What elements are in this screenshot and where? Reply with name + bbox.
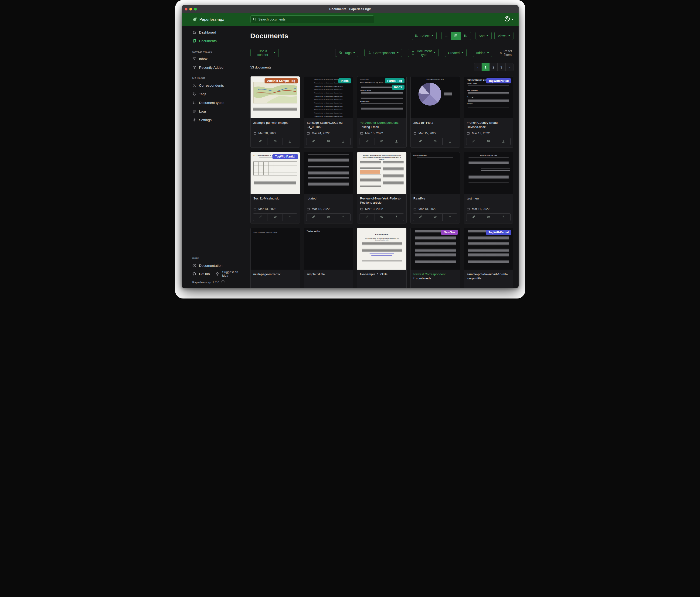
document-title[interactable]: Newest Correspondent: f_combineds — [413, 272, 457, 282]
document-title[interactable]: Sec 11-Missing sig — [253, 196, 297, 206]
filter-query-input[interactable] — [279, 49, 335, 57]
view-document-button[interactable] — [481, 138, 496, 145]
document-title[interactable]: file-sample_150kBs — [360, 272, 404, 282]
document-title[interactable]: 2sample-pdf-with-images — [253, 121, 297, 130]
user-menu[interactable] — [504, 16, 519, 23]
edit-document-button[interactable] — [253, 138, 268, 145]
download-document-button[interactable] — [282, 214, 297, 221]
sidebar-item-documentation[interactable]: Documentation — [192, 261, 242, 270]
sidebar-item-logs[interactable]: Logs — [192, 107, 242, 116]
document-title[interactable]: ReadMe — [413, 196, 457, 206]
tag-badge[interactable]: Another Sample Tag — [265, 78, 298, 83]
sidebar-item-dashboard[interactable]: Dashboard — [192, 28, 242, 37]
document-thumbnail[interactable]: Another Sample Tag — [251, 76, 300, 118]
view-document-button[interactable] — [321, 214, 335, 221]
document-thumbnail[interactable]: TagWithPartial French Country BreadFor t… — [464, 76, 513, 118]
tags-filter-button[interactable]: Tags — [336, 49, 359, 57]
edit-document-button[interactable] — [306, 214, 321, 221]
select-button[interactable]: Select — [412, 32, 436, 40]
edit-document-button[interactable] — [467, 214, 481, 221]
document-thumbnail[interactable]: Partial TagInbox Release NotesSimba ODBC… — [357, 76, 406, 118]
document-title[interactable]: Yet Another Correspondent: Testing Email — [360, 121, 404, 130]
sidebar-item-recently-added[interactable]: Recently Added — [192, 63, 242, 72]
download-document-button[interactable] — [496, 138, 510, 145]
document-thumbnail[interactable]: Inbox This is a test for the double spac… — [304, 76, 353, 118]
edit-document-button[interactable] — [306, 138, 321, 145]
download-document-button[interactable] — [336, 138, 350, 145]
download-document-button[interactable] — [443, 138, 457, 145]
edit-document-button[interactable] — [253, 214, 268, 221]
tag-badge[interactable]: Inbox — [339, 78, 351, 83]
created-filter-button[interactable]: Created — [445, 49, 467, 57]
document-thumbnail[interactable]: Patient BP Distribution 2011 — [410, 76, 460, 118]
edit-document-button[interactable] — [413, 214, 428, 221]
pagination-page-1[interactable]: 1 — [481, 63, 490, 71]
document-thumbnail[interactable]: TagWithPartial — [464, 228, 513, 270]
document-correspondent[interactable]: Yet Another Correspondent: — [360, 121, 399, 124]
tag-badge[interactable]: Partial Tag — [385, 78, 404, 83]
view-document-button[interactable] — [481, 214, 496, 221]
document-thumbnail[interactable]: Review of New York Federal Petitions for… — [357, 152, 406, 194]
document-title[interactable]: Review-of-New-York-Federal-Petitions-art… — [360, 196, 404, 206]
document-thumbnail[interactable]: Adobe Acrobat PDF Files — [464, 152, 513, 194]
tag-badge[interactable]: TagWithPartial — [486, 230, 511, 235]
brand[interactable]: Paperless-ngx — [182, 17, 245, 22]
edit-document-button[interactable] — [413, 138, 428, 145]
reset-filters-button[interactable]: × Reset filters — [498, 49, 513, 57]
edit-document-button[interactable] — [467, 138, 481, 145]
edit-document-button[interactable] — [360, 214, 374, 221]
view-document-button[interactable] — [268, 214, 282, 221]
sort-button[interactable]: Sort — [476, 32, 492, 40]
sidebar-item-suggest-idea[interactable]: Suggest an idea — [216, 270, 241, 278]
view-document-button[interactable] — [428, 138, 443, 145]
document-title[interactable]: rotated — [307, 196, 350, 206]
document-thumbnail[interactable]: NewOne — [410, 228, 460, 270]
detail-view-button[interactable] — [461, 32, 471, 40]
info-icon[interactable] — [221, 280, 225, 284]
title-content-dropdown[interactable]: Title & content — [250, 49, 279, 57]
download-document-button[interactable] — [443, 214, 457, 221]
document-thumbnail[interactable]: Lorem ipsumLorem ipsum dolor sit amet, c… — [357, 228, 406, 270]
document-thumbnail[interactable]: This is a test file. — [304, 228, 353, 270]
document-type-filter-button[interactable]: Document type — [408, 49, 439, 57]
document-title[interactable]: test_new — [467, 196, 510, 206]
sidebar-item-inbox[interactable]: Inbox — [192, 54, 242, 63]
views-button[interactable]: Views — [494, 32, 513, 40]
tag-badge[interactable]: TagWithPartial — [272, 154, 298, 159]
search-input[interactable] — [250, 15, 374, 23]
tag-badge[interactable]: Inbox — [392, 85, 404, 90]
document-correspondent[interactable]: Newest Correspondent: — [413, 272, 446, 276]
document-thumbnail[interactable] — [304, 152, 353, 194]
grid-view-button[interactable] — [451, 32, 461, 40]
pagination-page-2[interactable]: 2 — [490, 63, 498, 71]
document-title[interactable]: Sonstige ScanPC2022 03-24_081058 — [307, 121, 350, 130]
download-document-button[interactable] — [496, 214, 510, 221]
document-title[interactable]: French Country Bread Revised.docx — [467, 121, 510, 130]
pagination-page-3[interactable]: 3 — [497, 63, 505, 71]
sidebar-item-document-types[interactable]: Document types — [192, 98, 242, 107]
sidebar-item-settings[interactable]: Settings — [192, 116, 242, 124]
download-document-button[interactable] — [282, 138, 297, 145]
download-document-button[interactable] — [389, 214, 404, 221]
added-filter-button[interactable]: Added — [473, 49, 492, 57]
document-title[interactable]: simple txt file — [307, 272, 350, 282]
sidebar-item-tags[interactable]: Tags — [192, 90, 242, 98]
pagination-prev-button[interactable]: « — [474, 63, 482, 71]
tag-badge[interactable]: NewOne — [441, 230, 458, 235]
sidebar-item-documents[interactable]: Documents — [192, 37, 242, 45]
document-thumbnail[interactable]: This is a multi page document. Page 1. — [251, 228, 300, 270]
document-thumbnail[interactable]: TagWithPartial 1.1. CONTINUING MEDICAL E… — [251, 152, 300, 194]
download-document-button[interactable] — [389, 138, 404, 145]
document-title[interactable]: multi-page-mixedxx — [253, 272, 297, 282]
tag-badge[interactable]: TagWithPartial — [486, 78, 511, 83]
download-document-button[interactable] — [336, 214, 350, 221]
correspondent-filter-button[interactable]: Correspondent — [365, 49, 402, 57]
view-document-button[interactable] — [428, 214, 443, 221]
view-document-button[interactable] — [374, 214, 389, 221]
document-thumbnail[interactable]: Contact Sheet Demo — [410, 152, 460, 194]
sidebar-item-github[interactable]: GitHub — [192, 270, 210, 278]
view-document-button[interactable] — [268, 138, 282, 145]
document-title[interactable]: sample-pdf-download-10-mb-longer-title — [467, 272, 510, 282]
view-document-button[interactable] — [321, 138, 335, 145]
document-title[interactable]: 2011 BP Pie 2 — [413, 121, 457, 130]
